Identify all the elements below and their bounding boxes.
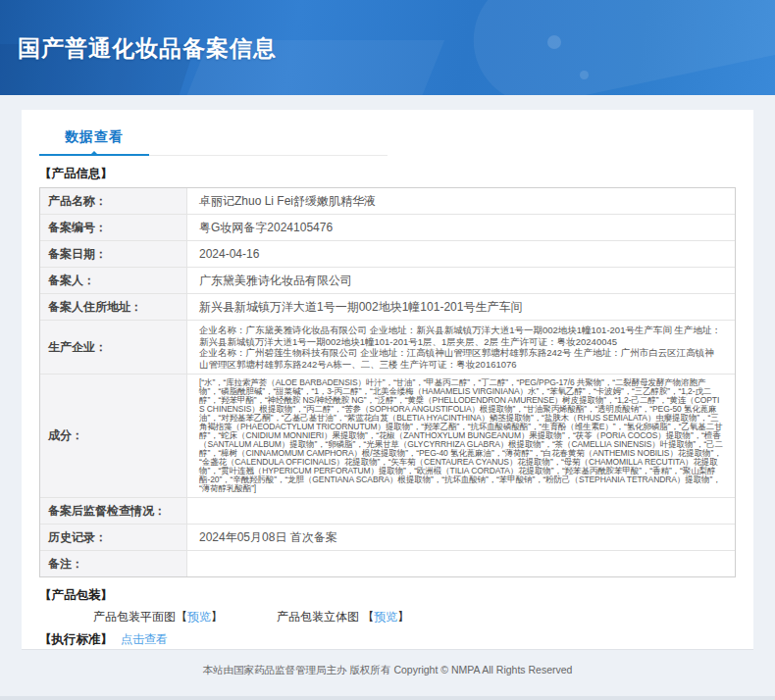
product-info-section-title: 【产品信息】 bbox=[39, 166, 736, 182]
row-label: 备案编号： bbox=[40, 215, 187, 240]
page-title: 国产普通化妆品备案信息 bbox=[0, 0, 775, 64]
table-row-product-name: 产品名称： 卓丽记Zhuo Li Fei舒缓嫩肌精华液 bbox=[40, 188, 735, 215]
table-row-record-number: 备案编号： 粤G妆网备字2024105476 bbox=[40, 215, 735, 241]
row-value: [“水”，“库拉索芦荟（ALOE BARBADENSIS）叶汁”，“甘油”，“甲… bbox=[187, 375, 735, 497]
packaging-preview-row: 产品包装平面图【预览】 产品包装立体图 【预览】 bbox=[39, 609, 736, 625]
page-header-banner: 国产普通化妆品备案信息 bbox=[0, 0, 775, 95]
table-row-history: 历史记录： 2024年05月08日 首次备案 bbox=[40, 525, 735, 551]
table-row-ingredients: 成分： [“水”，“库拉索芦荟（ALOE BARBADENSIS）叶汁”，“甘油… bbox=[40, 375, 735, 498]
table-row-record-date: 备案日期： 2024-04-16 bbox=[40, 241, 735, 268]
row-label: 备案人： bbox=[40, 268, 187, 293]
row-value: 2024年05月08日 首次备案 bbox=[187, 525, 735, 550]
row-value: 粤G妆网备字2024105476 bbox=[187, 215, 735, 240]
standard-click-view-link[interactable]: 点击查看 bbox=[121, 631, 168, 648]
row-label: 历史记录： bbox=[40, 525, 187, 550]
row-label: 生产企业： bbox=[40, 321, 187, 374]
table-row-registrant: 备案人： 广东黛美雅诗化妆品有限公司 bbox=[40, 268, 735, 294]
row-value bbox=[187, 551, 735, 576]
table-row-supervision: 备案后监督检查情况： bbox=[40, 498, 735, 525]
page-body: 数据查看 【产品信息】 产品名称： 卓丽记Zhuo Li Fei舒缓嫩肌精华液 … bbox=[0, 95, 775, 650]
row-label: 备案日期： bbox=[40, 241, 187, 267]
row-value bbox=[187, 498, 735, 524]
row-label: 成分： bbox=[40, 375, 187, 497]
page-footer: 本站由国家药品监督管理局主办 版权所有 Copyright © NMPA All… bbox=[0, 650, 775, 696]
packaging-stereo-preview-link[interactable]: 预览 bbox=[374, 610, 397, 624]
packaging-flat-item: 产品包装平面图【预览】 bbox=[93, 609, 223, 625]
banner-decoration-dot bbox=[580, 71, 589, 79]
tab-data-view[interactable]: 数据查看 bbox=[65, 122, 124, 155]
row-value: 2024-04-16 bbox=[187, 241, 735, 267]
standard-section-title: 【执行标准】 bbox=[39, 631, 113, 648]
packaging-stereo-label: 产品包装立体图 bbox=[277, 610, 359, 624]
row-label: 产品名称： bbox=[40, 188, 187, 214]
bracket: 】 bbox=[397, 610, 409, 624]
row-value: 企业名称：广东黛美雅诗化妆品有限公司 企业地址：新兴县新城镇万洋大道1号一期00… bbox=[187, 321, 735, 374]
packaging-flat-label: 产品包装平面图 bbox=[93, 610, 176, 624]
bracket: 【 bbox=[362, 610, 374, 624]
packaging-stereo-item: 产品包装立体图 【预览】 bbox=[277, 609, 409, 625]
row-label: 备注： bbox=[40, 551, 187, 576]
row-label: 备案后监督检查情况： bbox=[40, 498, 187, 524]
copyright-text: 本站由国家药品监督管理局主办 版权所有 Copyright © NMPA All… bbox=[203, 664, 573, 675]
bracket: 【 bbox=[176, 610, 187, 624]
table-row-remark: 备注： bbox=[40, 551, 735, 576]
tab-bar: 数据查看 bbox=[39, 122, 388, 156]
packaging-section-title: 【产品包装】 bbox=[39, 587, 736, 604]
bottom-strip bbox=[0, 696, 775, 700]
row-value: 新兴县新城镇万洋大道1号一期002地块1幢101-201号生产车间 bbox=[187, 294, 735, 320]
row-label: 备案人住所地址： bbox=[40, 294, 187, 320]
standard-section-row: 【执行标准】 点击查看 bbox=[39, 631, 736, 648]
table-row-registrant-address: 备案人住所地址： 新兴县新城镇万洋大道1号一期002地块1幢101-201号生产… bbox=[40, 294, 735, 321]
tab-active-caret-icon bbox=[89, 151, 99, 156]
table-row-manufacturer: 生产企业： 企业名称：广东黛美雅诗化妆品有限公司 企业地址：新兴县新城镇万洋大道… bbox=[40, 321, 735, 375]
packaging-flat-preview-link[interactable]: 预览 bbox=[187, 610, 211, 624]
row-value: 广东黛美雅诗化妆品有限公司 bbox=[187, 268, 735, 293]
row-value: 卓丽记Zhuo Li Fei舒缓嫩肌精华液 bbox=[187, 188, 735, 214]
content-card: 数据查看 【产品信息】 产品名称： 卓丽记Zhuo Li Fei舒缓嫩肌精华液 … bbox=[22, 110, 753, 650]
bracket: 】 bbox=[211, 610, 223, 624]
product-info-table: 产品名称： 卓丽记Zhuo Li Fei舒缓嫩肌精华液 备案编号： 粤G妆网备字… bbox=[39, 187, 736, 577]
tab-data-view-label: 数据查看 bbox=[65, 128, 124, 144]
